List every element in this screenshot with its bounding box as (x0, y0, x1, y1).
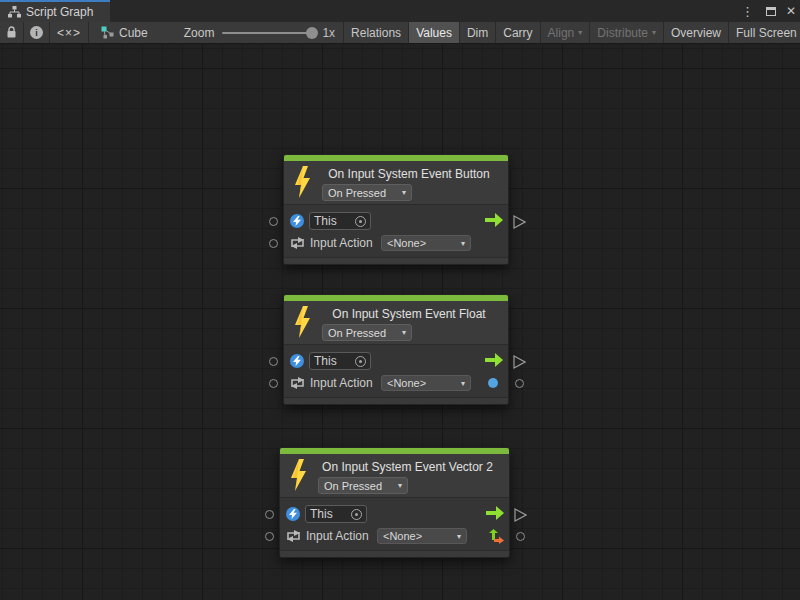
event-type-dropdown[interactable]: On Pressed ▾ (318, 477, 408, 494)
event-node[interactable]: On Input System Event Button On Pressed … (283, 154, 509, 265)
input-port-action[interactable] (265, 532, 274, 541)
flow-output-port[interactable] (514, 508, 527, 522)
chevron-down-icon: ▾ (461, 239, 465, 248)
graph-hierarchy-icon (8, 6, 21, 18)
node-row-input-action: Input Action <None> ▾ (280, 525, 509, 547)
flow-output-arrow-icon[interactable] (486, 506, 504, 520)
toggle-relations[interactable]: Relations (344, 22, 408, 43)
flow-output-arrow-icon[interactable] (485, 213, 503, 227)
object-picker-icon[interactable] (355, 356, 366, 367)
tab-label: Script Graph (26, 5, 93, 19)
zoom-slider[interactable] (222, 32, 314, 34)
window-controls: ⋮ ✕ (739, 0, 796, 22)
event-type-dropdown[interactable]: On Pressed ▾ (322, 184, 412, 201)
value-output-port[interactable] (516, 532, 525, 541)
toolbar: i <×> Cube Zoom 1x Relations (0, 22, 800, 44)
lightning-bolt-icon (293, 164, 312, 200)
align-dropdown[interactable]: Align▾ (541, 22, 590, 43)
flow-output-arrow-icon[interactable] (485, 353, 503, 367)
node-header: On Input System Event Float On Pressed ▾ (284, 301, 508, 344)
node-footer (280, 550, 509, 557)
input-action-icon (286, 529, 301, 543)
chevron-down-icon: ▾ (578, 28, 582, 37)
info-button[interactable]: i (24, 22, 49, 43)
input-port-trigger[interactable] (269, 217, 278, 226)
this-object-field[interactable]: This (309, 352, 371, 370)
vector2-output-icon[interactable] (489, 529, 504, 544)
toggle-values[interactable]: Values (409, 22, 459, 43)
menu-kebab-icon[interactable]: ⋮ (739, 5, 756, 18)
distribute-dropdown[interactable]: Distribute▾ (590, 22, 663, 43)
lock-icon (6, 26, 17, 39)
input-action-icon (290, 376, 305, 390)
input-action-dropdown[interactable]: <None> ▾ (381, 375, 471, 391)
node-row-this: This (284, 350, 508, 372)
value-output-port[interactable] (515, 379, 524, 388)
toggle-overview[interactable]: Overview (664, 22, 728, 43)
input-action-label: Input Action (310, 236, 373, 250)
input-port-action[interactable] (269, 379, 278, 388)
node-body: This Input Action <None> ▾ (280, 497, 509, 550)
chevron-down-icon: ▾ (398, 481, 402, 490)
zoom-label: Zoom (184, 26, 215, 40)
this-port-icon (286, 507, 300, 521)
input-action-dropdown[interactable]: <None> ▾ (381, 235, 471, 251)
zoom-control: Zoom 1x (158, 22, 343, 43)
chevron-down-icon: ▾ (402, 328, 406, 337)
tab-script-graph[interactable]: Script Graph (0, 0, 110, 22)
event-node[interactable]: On Input System Event Float On Pressed ▾… (283, 294, 509, 405)
tab-bar: Script Graph ⋮ ✕ (0, 0, 800, 22)
node-row-this: This (284, 210, 508, 232)
node-header: On Input System Event Vector 2 On Presse… (280, 454, 509, 497)
node-title: On Input System Event Button (284, 161, 508, 181)
toggle-dim[interactable]: Dim (460, 22, 495, 43)
input-action-label: Input Action (306, 529, 369, 543)
toggle-carry[interactable]: Carry (496, 22, 539, 43)
input-action-icon (290, 236, 305, 250)
node-title: On Input System Event Float (284, 301, 508, 321)
zoom-value: 1x (322, 26, 335, 40)
node-row-this: This (280, 503, 509, 525)
float-output-icon[interactable] (488, 378, 498, 388)
lock-button[interactable] (0, 22, 23, 43)
event-type-dropdown[interactable]: On Pressed ▾ (322, 324, 412, 341)
close-icon[interactable]: ✕ (786, 5, 796, 17)
object-picker-icon[interactable] (351, 509, 362, 520)
maximize-icon[interactable] (766, 7, 776, 16)
event-node[interactable]: On Input System Event Vector 2 On Presse… (279, 447, 510, 558)
node-row-input-action: Input Action <None> ▾ (284, 372, 508, 394)
toolbar-toggles: Relations Values Dim Carry Align▾ Distri… (343, 22, 800, 43)
graph-owner-selector[interactable]: Cube (89, 22, 158, 43)
node-header: On Input System Event Button On Pressed … (284, 161, 508, 204)
this-object-field[interactable]: This (309, 212, 371, 230)
object-picker-icon[interactable] (355, 216, 366, 227)
input-port-action[interactable] (269, 239, 278, 248)
node-footer (284, 397, 508, 404)
node-title: On Input System Event Vector 2 (280, 454, 509, 474)
graph-canvas[interactable]: On Input System Event Button On Pressed … (0, 44, 800, 600)
input-port-trigger[interactable] (269, 357, 278, 366)
flow-output-port[interactable] (513, 355, 526, 369)
node-body: This Input Action <None> ▾ (284, 344, 508, 397)
input-action-dropdown[interactable]: <None> ▾ (377, 528, 467, 544)
chevron-down-icon: ▾ (402, 188, 406, 197)
lightning-bolt-icon (293, 304, 312, 340)
script-graph-asset-icon (101, 26, 114, 39)
zoom-slider-handle[interactable] (306, 27, 318, 39)
input-port-trigger[interactable] (265, 510, 274, 519)
code-view-icon: <×> (57, 26, 81, 40)
graph-owner-label: Cube (119, 26, 148, 40)
this-port-icon (290, 214, 304, 228)
info-icon: i (30, 26, 43, 39)
code-view-button[interactable]: <×> (50, 22, 88, 43)
this-object-field[interactable]: This (305, 505, 367, 523)
chevron-down-icon: ▾ (461, 379, 465, 388)
this-port-icon (290, 354, 304, 368)
node-body: This Input Action <None> ▾ (284, 204, 508, 257)
script-graph-window: Script Graph ⋮ ✕ i <×> (0, 0, 800, 600)
toggle-full-screen[interactable]: Full Screen (729, 22, 800, 43)
node-footer (284, 257, 508, 264)
input-action-label: Input Action (310, 376, 373, 390)
flow-output-port[interactable] (513, 215, 526, 229)
lightning-bolt-icon (289, 457, 308, 493)
